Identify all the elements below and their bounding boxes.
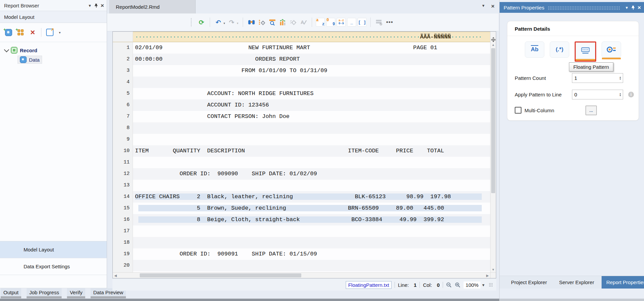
- report-line-4[interactable]: [133, 77, 490, 88]
- pattern-match-highlight[interactable]: 8 Beige, Cloth, straight-back BCO-33884 …: [138, 216, 482, 223]
- data-node-label[interactable]: Data: [29, 57, 40, 63]
- horizontal-scrollbar[interactable]: ◀ ▶: [113, 272, 490, 278]
- alphanumeric-pattern-icon[interactable]: a-z0-9: [337, 18, 346, 27]
- export-model-icon[interactable]: [374, 18, 383, 27]
- source-file-name[interactable]: FloatingPattern.txt: [346, 281, 392, 289]
- report-line-18[interactable]: [133, 237, 490, 248]
- report-line-16[interactable]: 8 Beige, Cloth, straight-back BCO-33884 …: [133, 214, 490, 225]
- nav-item-data-export-settings[interactable]: Data Export Settings: [0, 258, 107, 275]
- undo-dropdown-icon[interactable]: ▾: [224, 22, 225, 25]
- tab-reportmodel2[interactable]: ReportModel2.Rmd: [109, 0, 196, 13]
- add-region-button[interactable]: +: [17, 29, 24, 36]
- add-record-button[interactable]: +: [5, 29, 12, 36]
- report-line-19[interactable]: ORDER ID: 909091 SHIP DATE: 01/15/09: [133, 248, 490, 260]
- pattern-ruler[interactable]: ········································…: [133, 32, 490, 42]
- spinner-arrows-icon[interactable]: ▲▼: [619, 76, 623, 80]
- toolbar-drag-handle[interactable]: [191, 18, 192, 27]
- auto-create-icon[interactable]: [289, 18, 298, 27]
- pattern-match-highlight[interactable]: OFFICE CHAIRS 2 Black, leather, reclinin…: [135, 193, 482, 200]
- pattern-count-input[interactable]: 1 ▲▼: [572, 73, 623, 83]
- horizontal-scroll-thumb[interactable]: [140, 273, 301, 277]
- report-line-20[interactable]: [133, 260, 490, 271]
- report-line-9[interactable]: [133, 134, 490, 145]
- redo-icon[interactable]: ↷: [227, 18, 236, 27]
- auto-pattern-button[interactable]: [602, 41, 621, 58]
- pattern-match-highlight[interactable]: 5 Brown, Suede, reclining BRN-65509 89.0…: [138, 205, 482, 211]
- regex-pattern-button[interactable]: (.*): [550, 41, 569, 58]
- resize-grip[interactable]: [489, 283, 493, 287]
- brackets-pattern-icon[interactable]: [ ]: [358, 18, 367, 27]
- tab-list-dropdown-icon[interactable]: ▾: [482, 3, 485, 9]
- line-number: 19: [113, 248, 133, 260]
- floating-pattern-icon: [581, 47, 590, 54]
- report-line-7[interactable]: CONTACT PERSON: John Doe: [133, 111, 490, 122]
- report-line-2[interactable]: 00:00:00 ORDERS REPORT: [133, 54, 490, 65]
- report-line-3[interactable]: FROM 01/01/09 TO 01/31/09: [133, 65, 490, 77]
- multi-column-checkbox[interactable]: [515, 107, 521, 114]
- refresh-icon[interactable]: ⟳: [197, 18, 206, 27]
- report-line-6[interactable]: ACCOUNT ID: 123456: [133, 99, 490, 111]
- report-line-14[interactable]: OFFICE CHAIRS 2 Black, leather, reclinin…: [133, 191, 490, 203]
- panel-tab-project-explorer[interactable]: Project Explorer: [506, 276, 552, 289]
- report-line-12[interactable]: ORDER ID: 909090 SHIP DATE: 01/02/09: [133, 168, 490, 180]
- report-line-8[interactable]: [133, 122, 490, 134]
- export-layout-button[interactable]: [46, 29, 54, 36]
- toolbar-overflow-icon[interactable]: •••: [385, 19, 395, 26]
- report-line-1[interactable]: 02/01/09 NEW FURTINURE MART PAGE 01: [133, 42, 490, 54]
- bottom-tab-verify[interactable]: Verify: [67, 288, 85, 296]
- report-line-15[interactable]: 5 Brown, Suede, reclining BRN-65509 89.0…: [133, 203, 490, 214]
- floating-pattern-marker[interactable]: ÃÃÃ-ÑÑÑÑÑ: [420, 34, 451, 40]
- vertical-scrollbar[interactable]: ▲ ▼: [490, 42, 496, 272]
- redo-dropdown-icon[interactable]: ▾: [237, 22, 239, 25]
- vertical-scroll-thumb[interactable]: [491, 48, 495, 193]
- tree-node-record[interactable]: Record: [0, 46, 107, 55]
- bottom-tab-job-progress[interactable]: Job Progress: [27, 288, 62, 296]
- zoom-out-icon[interactable]: [446, 282, 452, 288]
- panel-dropdown-icon[interactable]: ▾: [626, 5, 628, 10]
- zoom-in-icon[interactable]: [455, 282, 461, 288]
- report-line-17[interactable]: [133, 225, 490, 237]
- scroll-right-icon[interactable]: ▶: [485, 273, 490, 278]
- undo-icon[interactable]: ↶: [214, 18, 223, 27]
- bottom-tab-output[interactable]: Output: [1, 288, 21, 296]
- export-dropdown-icon[interactable]: ▾: [59, 31, 61, 34]
- scroll-down-icon[interactable]: ▼: [490, 267, 496, 272]
- alpha-pattern-icon[interactable]: az: [316, 18, 325, 27]
- multi-column-more-button[interactable]: ...: [585, 106, 597, 115]
- close-icon[interactable]: ×: [638, 5, 641, 10]
- panel-tab-report-properties[interactable]: Report Properties: [602, 276, 644, 289]
- zoom-level[interactable]: 100%: [464, 281, 480, 289]
- statistics-icon[interactable]: [278, 18, 287, 27]
- apply-pattern-input[interactable]: 0 ▲▼: [572, 90, 623, 99]
- panel-tab-server-explorer[interactable]: Server Explorer: [554, 276, 599, 289]
- preview-icon[interactable]: [268, 18, 277, 27]
- field-properties-icon[interactable]: [257, 18, 266, 27]
- text-pattern-button[interactable]: Ab: [525, 41, 544, 58]
- document-close-icon[interactable]: ×: [491, 3, 495, 9]
- split-handle[interactable]: [490, 32, 496, 42]
- floating-pattern-button[interactable]: [576, 42, 595, 59]
- report-line-11[interactable]: [133, 157, 490, 168]
- close-icon[interactable]: ×: [101, 3, 104, 8]
- spinner-arrows-icon[interactable]: ▲▼: [619, 93, 623, 97]
- panel-dropdown-icon[interactable]: ▾: [89, 3, 91, 8]
- scroll-up-icon[interactable]: ▲: [490, 42, 496, 48]
- report-line-5[interactable]: ACCOUNT: NORTH RIDGE FURNITURES: [133, 88, 490, 99]
- pin-icon[interactable]: [631, 5, 635, 10]
- zoom-dropdown-icon[interactable]: ▾: [482, 283, 484, 287]
- tree-node-data[interactable]: Data: [0, 55, 107, 64]
- find-pattern-icon[interactable]: [247, 18, 256, 27]
- pin-icon[interactable]: [94, 3, 98, 8]
- nav-item-model-layout[interactable]: Model Layout: [0, 241, 107, 258]
- record-node-label[interactable]: Record: [20, 48, 37, 53]
- delete-button[interactable]: ×: [29, 29, 36, 36]
- numeric-pattern-icon[interactable]: 09: [326, 18, 335, 27]
- report-text-area[interactable]: 02/01/09 NEW FURTINURE MART PAGE 0100:00…: [133, 42, 490, 272]
- report-line-13[interactable]: [133, 180, 490, 191]
- scroll-left-icon[interactable]: ◀: [113, 273, 118, 278]
- toolbar-separator: [370, 18, 371, 27]
- space-pattern-icon[interactable]: _: [347, 18, 356, 27]
- font-icon[interactable]: A: [299, 18, 308, 27]
- report-line-10[interactable]: ITEM QUANTITY DESCRIPTION ITEM-CODE PRIC…: [133, 145, 490, 157]
- chevron-down-icon[interactable]: [4, 47, 9, 52]
